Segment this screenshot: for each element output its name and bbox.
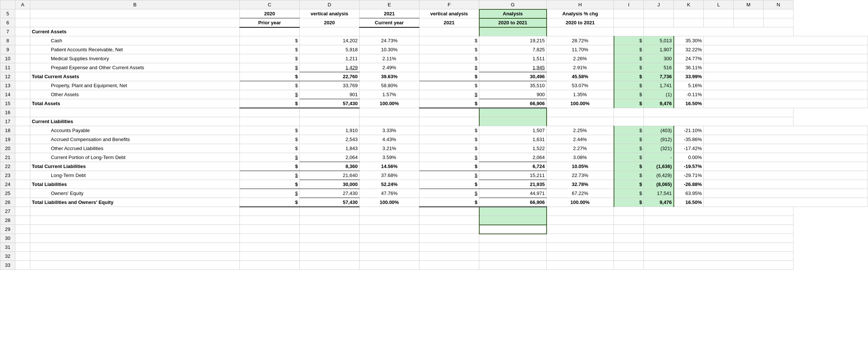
cell-d23: 37.68% [360, 171, 419, 180]
cell-g14-dollar: $ [614, 90, 644, 99]
ltd-f-pct: 22.73% [572, 173, 588, 178]
table-row: 17 Current Liabilities [0, 117, 868, 126]
cell-d8: 24.73% [360, 36, 419, 45]
cell-c23-dollar: $ [240, 171, 300, 180]
cell-f9: 11.70% [547, 45, 614, 54]
tcl-e-dollar: $ [475, 164, 477, 169]
cpltd-g-val: - [670, 155, 672, 160]
cell-e21-val: 2,064 [479, 153, 547, 162]
cell-g23-val: (6,429) [644, 171, 674, 180]
cell-a25 [15, 189, 30, 198]
cell-e25-dollar: $ [419, 189, 479, 198]
cell-e9-val: 7,825 [479, 45, 547, 54]
cell-g11-dollar: $ [614, 63, 644, 72]
ltd-d-pct: 37.68% [381, 173, 397, 178]
selected-cell[interactable] [479, 225, 547, 234]
ta-h-val: 16.50% [685, 101, 702, 106]
ap-d-pct: 3.33% [382, 128, 396, 133]
cell-g25-val: 17,541 [644, 189, 674, 198]
tl-e-val: 21,935 [530, 182, 545, 187]
par-f-pct: 11.70% [572, 47, 588, 52]
cell-f6: 2021 [419, 18, 479, 27]
row-num-7: 7 [0, 27, 15, 36]
cash-c-val: 14,202 [343, 38, 358, 43]
prepaid-h-val: 36.11% [685, 65, 702, 70]
tca-c-dollar: $ [295, 74, 298, 79]
cell-c23-val: 21,640 [300, 171, 360, 180]
cell-g20-val: (321) [644, 144, 674, 153]
prior-year-label: Prior year [258, 20, 281, 25]
table-row: 19 Accrued Compensation and Benefits $ 2… [0, 135, 868, 144]
acb-g-val: (912) [660, 137, 672, 142]
cell-g19-dollar: $ [614, 135, 644, 144]
cell-a19 [15, 135, 30, 144]
tl-c-val: 30,000 [343, 182, 358, 187]
cell-b20: Other Accrued Liabilities [30, 144, 240, 153]
cell-g21-dollar: $ [614, 153, 644, 162]
tcl-d-pct: 14.56% [381, 164, 397, 169]
cell-g10-dollar: $ [614, 54, 644, 63]
oal-c-val: 1,843 [345, 146, 358, 151]
row-num-19: 19 [0, 135, 15, 144]
cell-g8-val: 5,013 [644, 36, 674, 45]
cpltd-g-dollar: $ [639, 155, 642, 160]
tloe-h-val: 16.50% [685, 199, 702, 205]
cell-c14-val: 901 [300, 90, 360, 99]
cell-f7 [419, 27, 479, 36]
row-num-26: 26 [0, 198, 15, 207]
analysis-pct-label: Analysis % chg [562, 11, 598, 16]
total-assets-label: Total Assets [32, 101, 60, 106]
ltd-e-val: 15,211 [530, 173, 545, 178]
cell-c15-dollar: $ [240, 99, 300, 108]
tloe-c-val: 57,430 [343, 199, 358, 205]
cell-f20: 2.27% [547, 144, 614, 153]
tloe-f-pct: 100.00% [571, 199, 590, 205]
cell-m6 [734, 18, 764, 27]
cell-f12: 45.58% [547, 72, 614, 81]
ppe-g-val: 1,741 [660, 83, 672, 88]
cell-g9-dollar: $ [614, 45, 644, 54]
cell-c20-dollar: $ [240, 144, 300, 153]
tca-g-dollar: $ [639, 74, 642, 79]
table-row: 16 [0, 108, 868, 117]
cpltd-d-pct: 3.59% [382, 155, 396, 160]
cell-b25: Owners' Equity [30, 189, 240, 198]
cell-e8-dollar: $ [419, 36, 479, 45]
cell-g8-dollar: $ [614, 36, 644, 45]
ap-c-dollar: $ [295, 128, 298, 133]
cell-d24: 52.24% [360, 180, 419, 189]
cell-e11-dollar: $ [419, 63, 479, 72]
year-2020: 2020 [264, 11, 275, 16]
cell-d19: 4.43% [360, 135, 419, 144]
cell-h25: 63.95% [674, 189, 704, 198]
oe-c-val: 27,430 [343, 190, 358, 196]
oa-f-pct: 1.35% [573, 92, 587, 97]
cell-e26-dollar: $ [419, 198, 479, 207]
cpltd-c-val: 2,064 [345, 155, 358, 160]
oa-d-pct: 1.57% [382, 92, 396, 97]
cell-c5[interactable]: 2020 [240, 9, 300, 18]
cell-h17 [547, 117, 614, 126]
cell-a12 [15, 72, 30, 81]
tca-e-dollar: $ [475, 74, 477, 79]
cell-g23-dollar: $ [614, 171, 644, 180]
prepaid-c-dollar: $ [295, 65, 298, 70]
ppe-f-pct: 53.07% [572, 83, 588, 88]
col-b-header: B [30, 0, 240, 9]
cell-jn7 [644, 27, 794, 36]
cell-g12-dollar: $ [614, 72, 644, 81]
cell-in12 [704, 72, 868, 81]
cell-g5: Analysis [479, 9, 547, 18]
cell-c25-val: 27,430 [300, 189, 360, 198]
tloe-c-dollar: $ [295, 199, 298, 205]
table-row: 14 Other Assets $ 901 1.57% $ 90 [0, 90, 868, 99]
cell-in23 [704, 171, 868, 180]
cell-b23: Long-Term Debt [30, 171, 240, 180]
vertical-analysis-2020-label: vertical analysis [311, 11, 348, 16]
cell-g7 [479, 27, 547, 36]
cell-in15 [704, 99, 868, 108]
row-num-25: 25 [0, 189, 15, 198]
ta-f-pct: 100.00% [571, 101, 590, 106]
oe-g-dollar: $ [639, 190, 642, 196]
cell-b13: Property, Plant and Equipment, Net [30, 81, 240, 90]
